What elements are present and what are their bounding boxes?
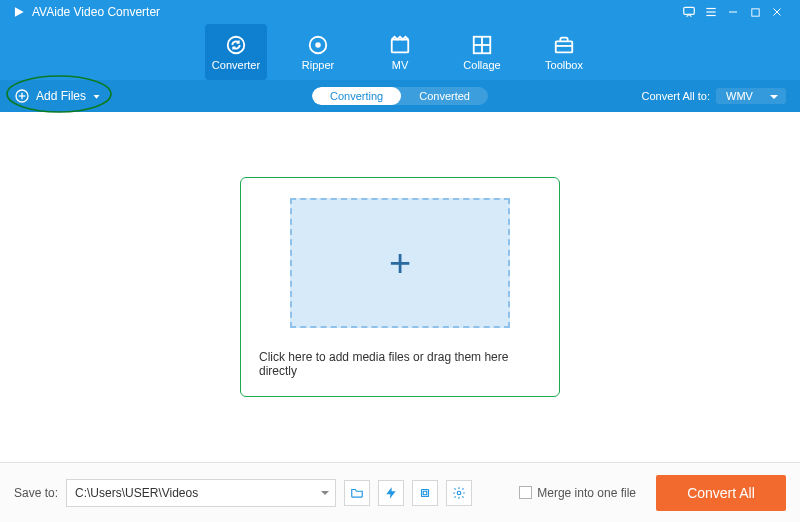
main-nav: Converter Ripper MV Collage Toolbox: [0, 24, 800, 80]
svg-marker-0: [15, 7, 24, 16]
maximize-button[interactable]: [744, 1, 766, 23]
svg-point-11: [316, 43, 320, 47]
chevron-down-icon: [321, 491, 329, 499]
close-button[interactable]: [766, 1, 788, 23]
app-logo-icon: [12, 5, 26, 19]
plus-circle-icon: [14, 88, 30, 104]
nav-collage[interactable]: Collage: [451, 24, 513, 80]
hw-accel-button[interactable]: [378, 480, 404, 506]
chip-icon: [418, 486, 432, 500]
svg-rect-12: [392, 39, 409, 52]
merge-label: Merge into one file: [537, 486, 636, 500]
convert-all-button[interactable]: Convert All: [656, 475, 786, 511]
svg-marker-22: [94, 95, 100, 99]
nav-toolbox[interactable]: Toolbox: [533, 24, 595, 80]
footer-bar: Save to: C:\Users\USER\Videos Merge into…: [0, 462, 800, 522]
add-files-label: Add Files: [36, 89, 86, 103]
svg-point-26: [457, 491, 461, 495]
nav-converter[interactable]: Converter: [205, 24, 267, 80]
chevron-down-icon: [92, 92, 101, 101]
nav-label: Collage: [463, 59, 500, 71]
add-files-button[interactable]: Add Files: [14, 88, 101, 104]
nav-mv[interactable]: MV: [369, 24, 431, 80]
settings-button[interactable]: [446, 480, 472, 506]
svg-point-9: [228, 36, 245, 53]
gpu-button[interactable]: [412, 480, 438, 506]
svg-rect-16: [556, 41, 573, 52]
titlebar: AVAide Video Converter: [0, 0, 800, 24]
minimize-button[interactable]: [722, 1, 744, 23]
mv-icon: [389, 34, 411, 56]
svg-rect-1: [684, 7, 695, 14]
merge-checkbox[interactable]: Merge into one file: [519, 486, 636, 500]
ripper-icon: [307, 34, 329, 56]
svg-marker-23: [386, 487, 395, 499]
toolbox-icon: [553, 34, 575, 56]
save-path-value: C:\Users\USER\Videos: [75, 486, 198, 500]
tab-converting[interactable]: Converting: [312, 87, 401, 105]
folder-icon: [350, 486, 364, 500]
convert-all-label: Convert All to:: [642, 90, 710, 102]
main-stage: + Click here to add media files or drag …: [0, 112, 800, 462]
status-tabs: Converting Converted: [312, 87, 488, 105]
nav-label: Converter: [212, 59, 260, 71]
save-path-select[interactable]: C:\Users\USER\Videos: [66, 479, 336, 507]
plus-icon: +: [389, 242, 411, 285]
convert-all-to: Convert All to: WMV: [642, 88, 786, 104]
open-folder-button[interactable]: [344, 480, 370, 506]
lightning-icon: [384, 486, 398, 500]
checkbox-icon: [519, 486, 532, 499]
drop-hint: Click here to add media files or drag th…: [259, 350, 541, 378]
converter-icon: [225, 34, 247, 56]
svg-rect-24: [422, 489, 429, 496]
app-title: AVAide Video Converter: [32, 5, 160, 19]
nav-label: MV: [392, 59, 409, 71]
gear-icon: [452, 486, 466, 500]
output-format-select[interactable]: WMV: [716, 88, 786, 104]
svg-rect-6: [751, 8, 758, 15]
menu-icon[interactable]: [700, 1, 722, 23]
save-to-label: Save to:: [14, 486, 58, 500]
drop-card: + Click here to add media files or drag …: [240, 177, 560, 397]
drop-zone[interactable]: +: [290, 198, 510, 328]
svg-rect-25: [423, 491, 427, 495]
sub-toolbar: Add Files Converting Converted Convert A…: [0, 80, 800, 112]
nav-label: Toolbox: [545, 59, 583, 71]
tab-converted[interactable]: Converted: [401, 87, 488, 105]
nav-label: Ripper: [302, 59, 334, 71]
collage-icon: [471, 34, 493, 56]
nav-ripper[interactable]: Ripper: [287, 24, 349, 80]
feedback-icon[interactable]: [678, 1, 700, 23]
